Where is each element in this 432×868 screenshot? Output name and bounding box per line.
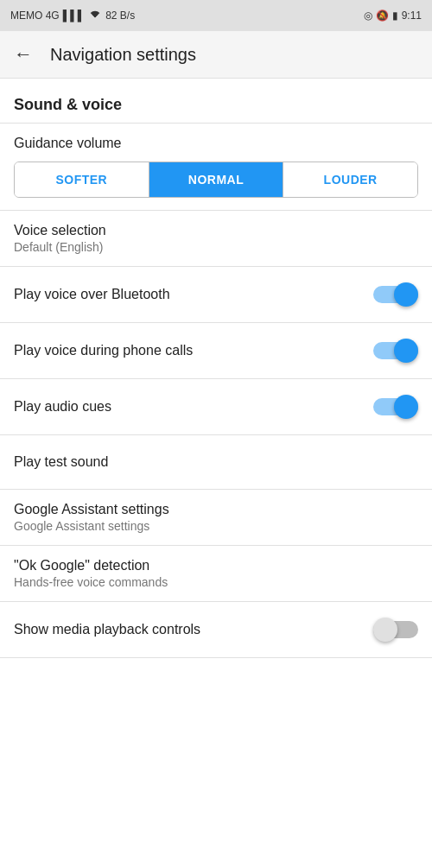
- play-audio-cues-toggle[interactable]: [373, 395, 418, 419]
- wifi-icon: [88, 9, 102, 23]
- silent-icon: 🔕: [376, 10, 389, 22]
- google-assistant-item[interactable]: Google Assistant settings Google Assista…: [0, 490, 432, 545]
- header: ← Navigation settings: [0, 31, 432, 79]
- toggle-thumb-2: [394, 339, 418, 363]
- play-voice-bluetooth-toggle[interactable]: [373, 282, 418, 307]
- ok-google-title: "Ok Google" detection: [14, 558, 418, 573]
- data-speed: 82 B/s: [105, 10, 135, 22]
- normal-button[interactable]: NORMAL: [149, 162, 284, 197]
- toggle-thumb-3: [394, 395, 418, 419]
- google-assistant-title: Google Assistant settings: [14, 502, 418, 517]
- battery-icon: ▮: [392, 10, 398, 22]
- voice-selection-item[interactable]: Voice selection Default (English): [0, 211, 432, 266]
- divider-10: [0, 657, 432, 658]
- time-label: 9:11: [402, 10, 422, 22]
- media-playback-toggle[interactable]: [373, 618, 418, 642]
- status-left: MEMO 4G ▌▌▌ 82 B/s: [10, 9, 135, 23]
- media-playback-label: Show media playback controls: [14, 622, 200, 637]
- location-icon: ◎: [364, 10, 372, 22]
- carrier-label: MEMO 4G: [10, 10, 60, 22]
- page-title: Navigation settings: [50, 45, 196, 65]
- louder-button[interactable]: LOUDER: [283, 162, 417, 197]
- voice-selection-subtitle: Default (English): [14, 240, 418, 254]
- play-voice-phone-toggle[interactable]: [373, 339, 418, 363]
- play-voice-bluetooth-label: Play voice over Bluetooth: [14, 287, 170, 302]
- status-bar: MEMO 4G ▌▌▌ 82 B/s ◎ 🔕 ▮ 9:11: [0, 0, 432, 31]
- ok-google-item[interactable]: "Ok Google" detection Hands-free voice c…: [0, 546, 432, 601]
- back-button[interactable]: ←: [14, 43, 33, 66]
- guidance-volume-label: Guidance volume: [14, 136, 418, 151]
- voice-selection-title: Voice selection: [14, 223, 418, 238]
- media-playback-item[interactable]: Show media playback controls: [0, 602, 432, 657]
- toggle-thumb-4: [373, 618, 397, 642]
- google-assistant-subtitle: Google Assistant settings: [14, 519, 418, 533]
- play-voice-bluetooth-item[interactable]: Play voice over Bluetooth: [0, 267, 432, 322]
- ok-google-subtitle: Hands-free voice commands: [14, 575, 418, 589]
- content: Sound & voice Guidance volume SOFTER NOR…: [0, 79, 432, 658]
- toggle-thumb-1: [394, 282, 418, 307]
- section-title: Sound & voice: [0, 79, 432, 123]
- play-voice-phone-label: Play voice during phone calls: [14, 343, 193, 358]
- play-test-sound-item[interactable]: Play test sound: [0, 435, 432, 489]
- guidance-volume-group: Guidance volume SOFTER NORMAL LOUDER: [0, 124, 432, 210]
- softer-button[interactable]: SOFTER: [15, 162, 149, 197]
- volume-selector: SOFTER NORMAL LOUDER: [14, 162, 418, 198]
- play-audio-cues-item[interactable]: Play audio cues: [0, 379, 432, 434]
- play-audio-cues-label: Play audio cues: [14, 399, 111, 415]
- status-right: ◎ 🔕 ▮ 9:11: [364, 10, 422, 22]
- signal-icon: ▌▌▌: [63, 10, 86, 22]
- play-voice-phone-item[interactable]: Play voice during phone calls: [0, 323, 432, 378]
